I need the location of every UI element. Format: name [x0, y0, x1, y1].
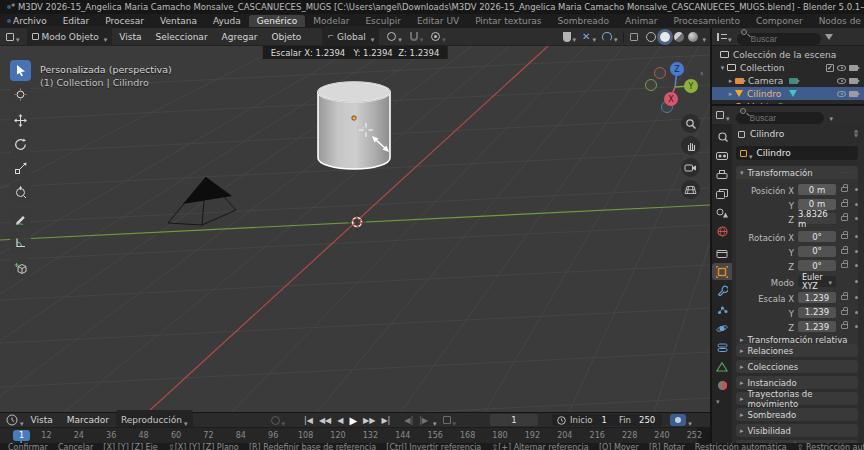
- timeline-ruler[interactable]: 1 12243648607284961081201321441561681801…: [0, 427, 710, 443]
- menu-editar[interactable]: Editar: [55, 16, 98, 26]
- gizmos-chevron-icon[interactable]: [590, 27, 596, 46]
- timeline-editor-icon[interactable]: [6, 414, 18, 426]
- scaley-keyframe-dot[interactable]: [855, 311, 858, 314]
- zoom-view-button[interactable]: [681, 114, 700, 133]
- play-reverse-button[interactable]: ◀: [334, 416, 346, 425]
- cilindro-hide-eye-icon[interactable]: [837, 91, 846, 97]
- menu-procesar[interactable]: Procesar: [97, 16, 152, 26]
- scale-tool[interactable]: [10, 158, 31, 179]
- jump-end-button[interactable]: ▶|: [378, 416, 393, 425]
- jump-start-button[interactable]: |◀: [301, 416, 316, 425]
- tab-render[interactable]: [712, 147, 732, 164]
- workspace-tab-nodos-geometria[interactable]: Nodos de geometria: [811, 15, 864, 27]
- camera-view-button[interactable]: [681, 158, 700, 177]
- frame-range-group[interactable]: Inicio 1 Fin 250: [552, 414, 662, 426]
- workspace-tab-procesamiento[interactable]: Procesamiento: [665, 15, 748, 27]
- object-name-field[interactable]: Cilindro: [736, 146, 858, 160]
- posz-field[interactable]: 3.8326 m: [798, 213, 836, 224]
- start-value[interactable]: 1: [602, 415, 607, 425]
- tab-constraints[interactable]: [712, 339, 732, 356]
- pivot-point-icon[interactable]: [387, 32, 396, 41]
- panel-trayectorias-de-movimiento[interactable]: Trayectorias de movimiento: [736, 392, 858, 405]
- camera-render-icon[interactable]: [849, 78, 858, 84]
- toggle-xray-icon[interactable]: [630, 33, 638, 41]
- timeline-menu-vista[interactable]: Vista: [24, 415, 60, 425]
- collection-expand-icon[interactable]: ▾: [718, 64, 727, 72]
- cilindro-render-icon[interactable]: [849, 91, 858, 97]
- roty-lock-icon[interactable]: [841, 249, 848, 254]
- pivot-chevron-icon[interactable]: [396, 27, 402, 46]
- cone-object[interactable]: [168, 177, 236, 225]
- outliner-row-cilindro[interactable]: ▸ Cilindro: [712, 87, 864, 100]
- rotate-tool[interactable]: [10, 134, 31, 155]
- shading-solid-icon[interactable]: [660, 32, 670, 42]
- scalex-field[interactable]: 1.239: [798, 292, 836, 303]
- posx-field[interactable]: 0 m: [798, 184, 836, 195]
- timeline-menu-marcador[interactable]: Marcador: [60, 415, 116, 425]
- camera-expand-icon[interactable]: ▸: [726, 77, 735, 85]
- outliner-display-mode-icon[interactable]: [717, 33, 726, 41]
- workspace-tab-generico[interactable]: Genérico: [249, 15, 305, 27]
- visibility-chevron-icon[interactable]: [571, 27, 577, 46]
- panel-instanciado[interactable]: Instanciado: [736, 376, 858, 389]
- transform-orientation-dropdown[interactable]: ⌐ Global: [322, 26, 379, 47]
- roty-field[interactable]: 0°: [798, 246, 836, 257]
- rotz-field[interactable]: 0°: [798, 260, 836, 271]
- workspace-tab-editar-uv[interactable]: Editar UV: [409, 15, 467, 27]
- roty-keyframe-dot[interactable]: [855, 250, 858, 253]
- scalez-lock-icon[interactable]: [841, 324, 848, 329]
- playhead[interactable]: 1: [13, 430, 30, 441]
- tab-particles[interactable]: [712, 301, 732, 318]
- snap-chevron-icon[interactable]: [418, 27, 424, 46]
- panel-relaciones[interactable]: Relaciones: [736, 344, 858, 357]
- outliner-row-collection[interactable]: ▾ Collection ✓: [712, 61, 864, 74]
- transform-tool[interactable]: [10, 182, 31, 203]
- scalez-field[interactable]: 1.239: [798, 321, 836, 332]
- tab-scene[interactable]: [712, 204, 732, 221]
- cursor-tool[interactable]: [10, 84, 31, 105]
- workspace-tab-animar[interactable]: Animar: [617, 15, 665, 27]
- outliner-row-camera[interactable]: ▸ Camera: [712, 74, 864, 87]
- frame-next-button[interactable]: |▶: [416, 416, 431, 425]
- workspace-tab-sombreado[interactable]: Sombreado: [550, 15, 617, 27]
- tab-object[interactable]: [712, 263, 732, 280]
- prev-keyframe-button[interactable]: ◀◀: [316, 416, 334, 425]
- panel-sombreado[interactable]: Sombreado: [736, 408, 858, 421]
- proportional-edit-icon[interactable]: [431, 32, 440, 41]
- frame-prev-button[interactable]: ◀|: [401, 416, 416, 425]
- mode-keyframe-dot[interactable]: [855, 280, 858, 283]
- scalex-lock-icon[interactable]: [841, 295, 848, 300]
- rotz-keyframe-dot[interactable]: [855, 264, 858, 267]
- measure-tool[interactable]: [10, 232, 31, 253]
- current-frame-field[interactable]: 1: [490, 414, 538, 426]
- properties-editor-chevron-icon[interactable]: [724, 106, 730, 125]
- play-button[interactable]: ▶: [346, 415, 360, 426]
- gizmo-minus-y[interactable]: [646, 80, 657, 91]
- falloff-chevron-icon[interactable]: [440, 27, 446, 46]
- scalez-keyframe-dot[interactable]: [855, 325, 858, 328]
- cilindro-expand-icon[interactable]: ▸: [726, 90, 735, 98]
- shading-rendered-icon[interactable]: [688, 32, 698, 42]
- snap-magnet-icon[interactable]: [410, 32, 418, 41]
- properties-search-input[interactable]: [736, 112, 824, 124]
- preview-range-icon[interactable]: [443, 416, 451, 424]
- scaley-field[interactable]: 1.239: [798, 307, 836, 318]
- overlays-chevron-icon[interactable]: [612, 27, 618, 46]
- move-tool[interactable]: [10, 110, 31, 131]
- editor-type-icon[interactable]: [6, 33, 14, 41]
- add-cube-tool[interactable]: [10, 258, 31, 279]
- menu-ayuda[interactable]: Ayuda: [205, 16, 249, 26]
- tab-material[interactable]: [712, 377, 732, 394]
- transform-panel-header[interactable]: Transformación····: [736, 166, 858, 179]
- next-keyframe-button[interactable]: ▶▶: [360, 416, 378, 425]
- collection-checkbox[interactable]: ✓: [826, 64, 834, 72]
- menu-seleccionar[interactable]: Seleccionar: [148, 32, 214, 42]
- panel-visibilidad[interactable]: Visibilidad: [736, 424, 858, 437]
- gizmos-icon[interactable]: ✕: [582, 31, 590, 42]
- posy-lock-icon[interactable]: [841, 202, 848, 207]
- select-box-tool[interactable]: [10, 60, 31, 81]
- perspective-toggle-button[interactable]: [681, 180, 700, 199]
- tabs-overflow-icon[interactable]: ▾: [716, 398, 720, 406]
- rotx-lock-icon[interactable]: [841, 234, 848, 239]
- menu-objeto[interactable]: Objeto: [264, 32, 308, 42]
